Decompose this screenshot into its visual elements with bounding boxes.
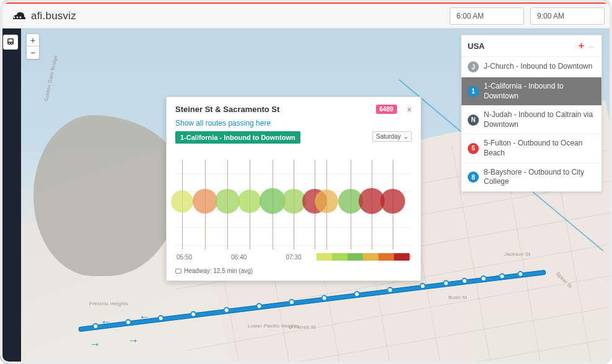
- brand-title: afi.busviz: [31, 10, 76, 22]
- route-item[interactable]: JJ-Church - Inbound to Downtown: [461, 57, 601, 77]
- timeline-arrival-marker[interactable]: [315, 189, 338, 213]
- map-zoom-controls: + −: [26, 33, 40, 59]
- header-bar: afi.busviz 6:00 AM 9:00 AM: [0, 4, 612, 28]
- direction-arrow-icon: ←: [139, 311, 150, 324]
- route-item[interactable]: 11-California - Inbound to Downtown: [461, 77, 601, 106]
- route-item-label: 5-Fulton - Outbound to Ocean Beach: [484, 139, 595, 158]
- timeline-tick-label: 07:30: [286, 254, 301, 261]
- route-bullet-icon: 1: [468, 86, 479, 97]
- route-item-label: 1-California - Inbound to Downtown: [484, 82, 595, 101]
- svg-rect-4: [9, 40, 13, 42]
- timeline-arrival-marker[interactable]: [193, 189, 217, 214]
- time-range-controls: 6:00 AM 9:00 AM: [450, 7, 605, 25]
- street-label: Presidio Heights: [89, 301, 128, 306]
- svg-point-5: [9, 43, 10, 44]
- route-bullet-icon: 5: [468, 143, 479, 154]
- sidebar-transit-icon[interactable]: [3, 35, 18, 50]
- svg-point-0: [14, 16, 15, 18]
- legend-swatch: [394, 253, 409, 261]
- street-label: Jackson St: [504, 251, 530, 257]
- time-to-input[interactable]: 9:00 AM: [530, 7, 605, 25]
- brand-logo-icon: [9, 10, 26, 22]
- direction-arrow-icon: ←: [100, 316, 111, 329]
- day-select[interactable]: Saturday ⌄: [372, 131, 412, 142]
- route-item-label: N-Judah - Inbound to Caltrain via Downto…: [484, 110, 595, 129]
- timeline-arrival-marker[interactable]: [380, 189, 405, 214]
- svg-point-6: [11, 43, 12, 44]
- chart-legend-ramp: [317, 253, 409, 261]
- routes-panel: USA + ︿ JJ-Church - Inbound to Downtown1…: [461, 35, 602, 192]
- collapse-panel-icon[interactable]: ︿: [588, 41, 595, 51]
- left-sidebar: [0, 28, 21, 364]
- stop-id-badge: 6489: [376, 105, 397, 114]
- day-select-label: Saturday: [376, 133, 401, 140]
- zoom-in-button[interactable]: +: [27, 34, 39, 46]
- street-label: Lower Pacific Heights: [248, 323, 299, 329]
- legend-swatch: [348, 253, 363, 261]
- street-label: Bush St: [448, 295, 467, 300]
- route-item-label: J-Church - Inbound to Downtown: [484, 62, 592, 72]
- route-bullet-icon: 8: [468, 171, 479, 183]
- routes-region-label: USA: [468, 41, 484, 51]
- headway-timeline-chart: 05:5006:4007:3008:2009:10 Headway: 12.5 …: [175, 154, 412, 274]
- brand: afi.busviz: [9, 10, 76, 22]
- close-popup-icon[interactable]: ×: [407, 105, 412, 114]
- route-item[interactable]: 55-Fulton - Outbound to Ocean Beach: [461, 134, 601, 163]
- timeline-tick-label: 05:50: [177, 254, 192, 261]
- legend-swatch: [363, 253, 378, 261]
- selected-route-chip[interactable]: 1-California - Inbound to Downtown: [175, 131, 300, 144]
- timeline-arrival-marker[interactable]: [171, 190, 193, 212]
- route-item[interactable]: 88-Bayshore - Outbound to City College: [461, 163, 601, 191]
- direction-arrow-icon: →: [128, 334, 139, 347]
- routes-panel-header: USA + ︿: [461, 35, 601, 57]
- bus-icon: [175, 269, 181, 274]
- svg-point-1: [17, 16, 19, 18]
- popup-stop-name: Steiner St & Sacramento St: [175, 105, 279, 114]
- legend-swatch: [378, 253, 394, 261]
- svg-point-2: [20, 16, 22, 18]
- timeline-arrival-marker[interactable]: [215, 189, 240, 214]
- time-from-input[interactable]: 6:00 AM: [450, 7, 524, 25]
- legend-swatch: [317, 253, 332, 261]
- zoom-out-button[interactable]: −: [27, 46, 39, 59]
- add-route-icon[interactable]: +: [579, 40, 584, 51]
- timeline-arrival-marker[interactable]: [238, 189, 261, 213]
- legend-swatch: [332, 253, 348, 261]
- route-bullet-icon: N: [468, 115, 479, 126]
- route-item-label: 8-Bayshore - Outbound to City College: [484, 168, 595, 187]
- timeline-tick-label: 06:40: [231, 254, 247, 261]
- route-item[interactable]: NN-Judah - Inbound to Caltrain via Downt…: [461, 106, 601, 134]
- dropdown-icon: ⌄: [403, 133, 408, 140]
- direction-arrow-icon: →: [89, 338, 100, 351]
- route-bullet-icon: J: [468, 61, 479, 72]
- stop-inspector-popup: Steiner St & Sacramento St 6489 × Show a…: [166, 97, 421, 281]
- show-all-routes-link[interactable]: Show all routes passing here: [175, 119, 412, 128]
- map-canvas[interactable]: Jackson St Bush St Spear St O'Farrell St…: [21, 28, 612, 364]
- headway-average-note: Headway: 12.5 min (avg): [175, 267, 253, 274]
